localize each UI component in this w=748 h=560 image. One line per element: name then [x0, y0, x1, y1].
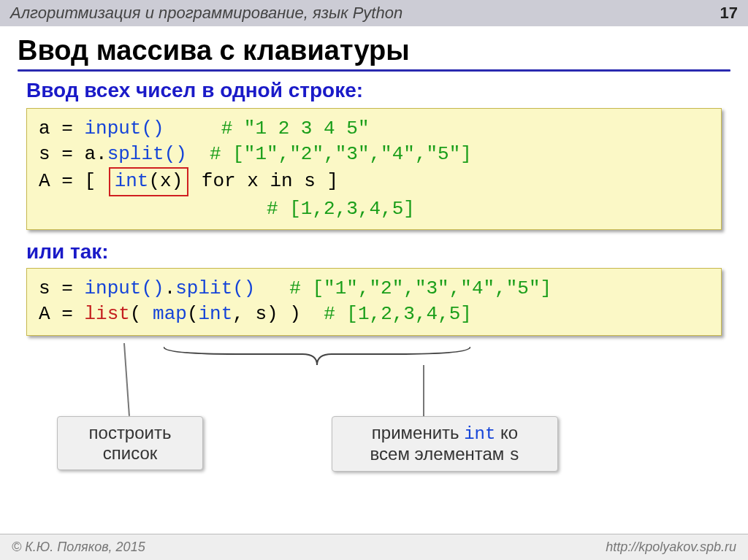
pointer-line-left: [123, 342, 130, 415]
callout-area: построить список применить int ко всем э…: [18, 343, 730, 489]
code-text: A: [39, 303, 50, 325]
callout-text: применить: [372, 423, 464, 442]
code-fn: split(): [107, 143, 187, 165]
code-fn: int: [115, 170, 149, 192]
code-list: list: [84, 303, 129, 325]
callout-text: построить: [68, 423, 192, 443]
topic-text: Алгоритмизация и программирование, язык …: [10, 4, 402, 23]
callout-mono: int: [464, 424, 495, 444]
code-text: (x): [148, 170, 183, 192]
copyright-text: © К.Ю. Поляков, 2015: [12, 540, 145, 555]
callout-build-list: построить список: [57, 416, 203, 470]
code-fn: input(): [84, 277, 164, 299]
brace-icon: [164, 343, 470, 372]
code-text: a: [39, 118, 50, 139]
code-text: =: [50, 277, 85, 299]
code-text: (: [187, 303, 199, 325]
code-block-1: a = input() # "1 2 3 4 5" s = a.split() …: [26, 108, 722, 230]
code-comment: # ["1","2","3","4","5"]: [255, 277, 552, 299]
callout-text: применить int ко: [343, 423, 547, 444]
code-fn: input(): [84, 118, 164, 139]
slide-title: Ввод массива с клавиатуры: [18, 35, 730, 66]
pointer-line-right: [423, 365, 424, 416]
callout-mono: s: [509, 445, 519, 465]
code-comment: # [1,2,3,4,5]: [39, 198, 415, 220]
callout-text: всем элементам s: [343, 444, 547, 465]
code-text: =: [50, 303, 85, 325]
code-comment: # ["1","2","3","4","5"]: [187, 143, 472, 165]
callout-apply-int: применить int ко всем элементам s: [332, 416, 558, 472]
code-text: .: [164, 277, 176, 299]
code-text: (: [130, 303, 153, 325]
slide-header: Алгоритмизация и программирование, язык …: [0, 0, 748, 26]
code-text: =: [50, 118, 85, 139]
code-text: = a.: [50, 143, 107, 165]
callout-text: всем элементам: [370, 444, 509, 464]
code-text: s: [39, 277, 50, 299]
callout-text: список: [68, 443, 192, 464]
subheading-1: Ввод всех чисел в одной строке:: [26, 79, 722, 102]
code-text: s: [39, 143, 50, 165]
code-text: for x in s ]: [190, 170, 338, 192]
title-divider: [18, 69, 730, 72]
code-block-2: s = input().split() # ["1","2","3","4","…: [26, 268, 722, 335]
callout-text: ко: [495, 423, 518, 442]
slide-content: Ввод всех чисел в одной строке: a = inpu…: [0, 79, 748, 489]
code-fn: map: [153, 303, 187, 325]
code-comment: # [1,2,3,4,5]: [324, 303, 472, 325]
framed-intx: int(x): [109, 167, 189, 196]
code-text: , s) ): [232, 303, 324, 325]
footer-url: http://kpolyakov.spb.ru: [606, 540, 736, 555]
or-label: или так:: [26, 240, 722, 264]
code-comment: # "1 2 3 4 5": [164, 118, 370, 139]
code-fn: split(): [175, 277, 255, 299]
code-text: A = [: [39, 170, 107, 192]
slide-footer: © К.Ю. Поляков, 2015 http://kpolyakov.sp…: [0, 534, 748, 560]
code-fn: int: [198, 303, 232, 325]
page-number: 17: [720, 4, 738, 23]
